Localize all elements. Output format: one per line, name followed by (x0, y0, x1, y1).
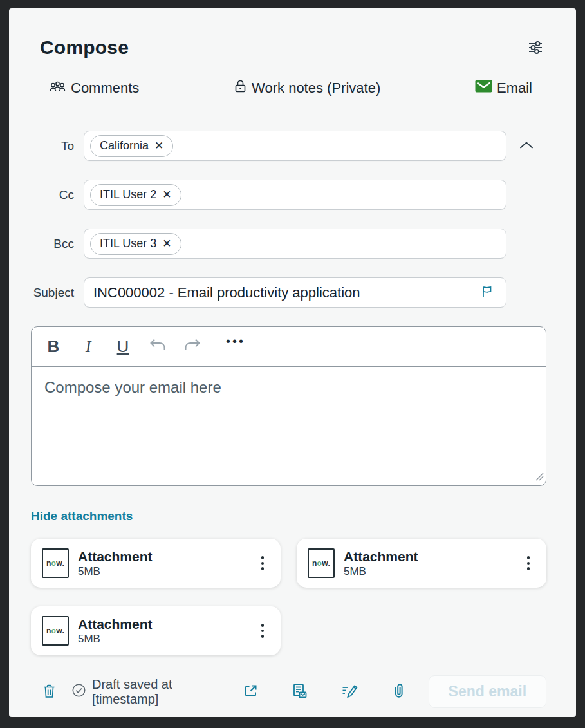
attachment-title: Attachment (344, 549, 512, 565)
redo-icon (183, 337, 201, 357)
attachment-size: 5MB (344, 565, 512, 578)
email-body-editor: B I U (31, 326, 546, 486)
check-circle-icon (71, 683, 86, 700)
attachment-card[interactable]: now. Attachment 5MB (31, 606, 281, 655)
screenshot-frame: Compose Comments (0, 0, 585, 728)
tab-divider (31, 109, 546, 109)
undo-button[interactable] (144, 333, 172, 361)
bcc-chip-label: ITIL User 3 (100, 237, 156, 250)
email-envelope-icon (475, 80, 492, 97)
flag-icon (480, 285, 494, 301)
tab-comments[interactable]: Comments (49, 80, 139, 97)
compose-panel: Compose Comments (9, 8, 576, 717)
sliders-icon (527, 39, 544, 58)
tab-comments-label: Comments (71, 80, 139, 97)
underline-button[interactable]: U (109, 333, 137, 361)
tab-bar: Comments Work notes (Private) Email (31, 79, 546, 98)
email-template-button[interactable] (289, 680, 311, 704)
tab-email[interactable]: Email (475, 80, 532, 97)
header: Compose (31, 37, 546, 61)
to-chip-remove-icon[interactable]: ✕ (154, 140, 163, 151)
italic-button[interactable]: I (74, 333, 102, 361)
more-tools-button[interactable]: ••• (216, 327, 245, 355)
bold-button[interactable]: B (39, 333, 68, 361)
cc-row: Cc ITIL User 2 ✕ (31, 180, 546, 210)
draft-status: Draft saved at [timestamp] (71, 677, 240, 707)
chevron-up-icon (519, 141, 534, 151)
cc-recipient-chip: ITIL User 2 ✕ (90, 184, 181, 206)
tab-work-notes-label: Work notes (Private) (252, 80, 380, 97)
to-recipient-chip: California ✕ (90, 135, 173, 157)
subject-input[interactable] (90, 285, 478, 301)
lock-icon (234, 79, 247, 98)
compose-footer: Draft saved at [timestamp] (31, 675, 546, 708)
bcc-field[interactable]: ITIL User 3 ✕ (84, 229, 506, 259)
cc-chip-remove-icon[interactable]: ✕ (162, 189, 171, 200)
editor-body (32, 367, 546, 485)
tab-email-label: Email (497, 80, 532, 97)
external-link-icon (243, 683, 259, 701)
footer-actions (240, 680, 409, 704)
cc-label: Cc (31, 188, 84, 202)
attachment-list: now. Attachment 5MB now. Attachment 5MB … (31, 539, 546, 655)
email-body-textarea[interactable] (32, 367, 546, 485)
attachment-card[interactable]: now. Attachment 5MB (297, 539, 546, 588)
subject-label: Subject (31, 286, 84, 300)
attachment-menu-button[interactable] (255, 552, 271, 574)
trash-icon (42, 683, 56, 701)
attachment-title: Attachment (78, 549, 246, 565)
now-logo-thumbnail: now. (308, 548, 335, 578)
now-logo-thumbnail: now. (42, 548, 69, 578)
bcc-recipient-chip: ITIL User 3 ✕ (90, 233, 181, 255)
editor-toolbar: B I U (32, 327, 546, 367)
subject-field-wrap (84, 277, 506, 308)
attachment-size: 5MB (78, 633, 246, 646)
to-row: To California ✕ (31, 131, 546, 161)
to-label: To (31, 139, 84, 153)
tab-work-notes[interactable]: Work notes (Private) (234, 79, 380, 98)
signature-pen-icon (341, 683, 358, 701)
to-field[interactable]: California ✕ (84, 131, 506, 161)
people-icon (49, 80, 66, 97)
cc-field[interactable]: ITIL User 2 ✕ (84, 180, 506, 210)
collapse-recipients-button[interactable] (516, 138, 537, 154)
delete-draft-button[interactable] (40, 680, 59, 704)
flag-button[interactable] (478, 282, 497, 303)
attachment-title: Attachment (78, 617, 246, 632)
undo-icon (149, 337, 167, 357)
signature-button[interactable] (339, 680, 361, 704)
bcc-row: Bcc ITIL User 3 ✕ (31, 229, 546, 259)
attachment-menu-button[interactable] (521, 552, 537, 574)
settings-button[interactable] (525, 37, 546, 61)
send-email-button[interactable]: Send email (429, 675, 546, 708)
page-title: Compose (40, 37, 129, 59)
draft-status-text: Draft saved at [timestamp] (92, 677, 240, 707)
subject-row: Subject (31, 277, 546, 308)
cc-chip-label: ITIL User 2 (100, 188, 156, 201)
paperclip-icon (391, 682, 406, 702)
attachment-size: 5MB (78, 565, 246, 578)
redo-button[interactable] (178, 333, 207, 361)
bcc-label: Bcc (31, 237, 84, 251)
now-logo-thumbnail: now. (42, 616, 69, 646)
attach-file-button[interactable] (389, 680, 409, 704)
bcc-chip-remove-icon[interactable]: ✕ (162, 238, 171, 249)
hide-attachments-link[interactable]: Hide attachments (31, 509, 133, 523)
attachment-card[interactable]: now. Attachment 5MB (31, 539, 281, 588)
attachment-menu-button[interactable] (255, 620, 271, 642)
compose-form: To California ✕ Cc (31, 131, 546, 308)
to-chip-label: California (100, 139, 149, 153)
resize-handle[interactable] (534, 471, 544, 483)
pop-out-button[interactable] (240, 680, 261, 704)
template-icon (292, 682, 308, 702)
